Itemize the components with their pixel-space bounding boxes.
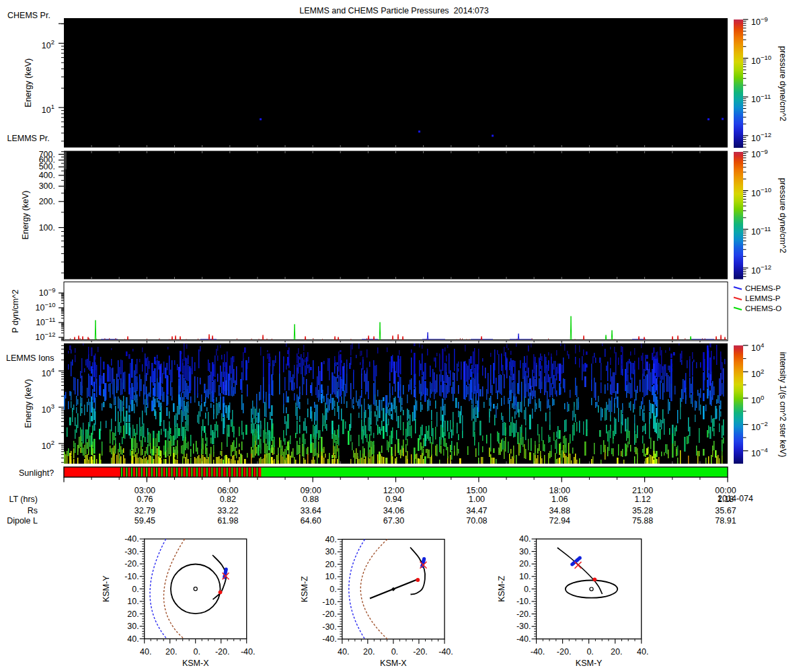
svg-text:0.88: 0.88 — [303, 495, 319, 504]
svg-text:0.: 0. — [391, 647, 398, 657]
svg-text:1.06: 1.06 — [551, 495, 568, 504]
svg-text:200.: 200. — [39, 197, 55, 206]
svg-text:-20.: -20. — [557, 647, 572, 657]
svg-text:-30.: -30. — [124, 547, 139, 556]
svg-text:72.94: 72.94 — [549, 516, 570, 526]
svg-text:61.98: 61.98 — [217, 516, 238, 526]
svg-text:0.: 0. — [586, 647, 593, 657]
svg-text:pressure dyne/cm^2: pressure dyne/cm^2 — [778, 178, 787, 253]
svg-text:20.: 20. — [127, 610, 139, 619]
svg-text:10.: 10. — [127, 597, 139, 606]
svg-text:34.47: 34.47 — [466, 506, 487, 515]
svg-text:300.: 300. — [39, 181, 55, 191]
svg-text:100.: 100. — [39, 223, 55, 233]
svg-text:LEMMS and CHEMS Particle Press: LEMMS and CHEMS Particle Pressures 2014:… — [299, 6, 488, 15]
svg-text:20.: 20. — [325, 560, 336, 569]
svg-text:-30.: -30. — [322, 622, 337, 632]
svg-text:70.08: 70.08 — [466, 516, 487, 526]
svg-text:40.: 40. — [637, 647, 648, 657]
svg-text:400.: 400. — [39, 171, 55, 180]
svg-text:KSM-Z: KSM-Z — [497, 576, 506, 602]
svg-text:101: 101 — [42, 103, 54, 115]
svg-text:10−11: 10−11 — [36, 316, 55, 328]
svg-text:CHEMS-O: CHEMS-O — [745, 304, 781, 312]
svg-text:Sunlight?: Sunlight? — [19, 468, 54, 478]
svg-text:2014-074: 2014-074 — [718, 494, 753, 503]
svg-text:30.: 30. — [519, 547, 531, 556]
svg-text:700.: 700. — [39, 150, 55, 159]
svg-text:59.45: 59.45 — [134, 516, 155, 526]
svg-text:Rs: Rs — [28, 506, 38, 515]
svg-text:20.: 20. — [165, 647, 177, 657]
svg-text:10−10: 10−10 — [751, 186, 771, 198]
svg-text:33.22: 33.22 — [217, 506, 238, 515]
svg-text:KSM-X: KSM-X — [182, 659, 209, 668]
svg-text:-10.: -10. — [124, 572, 139, 581]
svg-text:-30.: -30. — [516, 622, 531, 631]
svg-text:-40.: -40. — [241, 647, 256, 657]
svg-text:0.94: 0.94 — [385, 495, 401, 504]
svg-text:0.76: 0.76 — [137, 495, 153, 504]
svg-text:40.: 40. — [519, 534, 531, 544]
svg-text:20.: 20. — [363, 647, 375, 657]
svg-text:104: 104 — [42, 366, 54, 378]
svg-text:-40.: -40. — [322, 634, 337, 644]
svg-text:34.88: 34.88 — [549, 506, 570, 515]
svg-text:102: 102 — [42, 38, 54, 50]
svg-text:75.88: 75.88 — [632, 516, 653, 526]
svg-text:10−12: 10−12 — [751, 263, 771, 276]
svg-text:21:00: 21:00 — [632, 486, 653, 495]
svg-text:20.: 20. — [611, 647, 622, 657]
svg-text:-20.: -20. — [516, 610, 531, 619]
svg-text:1.00: 1.00 — [469, 495, 485, 504]
svg-text:LEMMS Pr.: LEMMS Pr. — [7, 134, 50, 143]
svg-text:35.67: 35.67 — [715, 506, 736, 515]
svg-text:-40.: -40. — [531, 647, 545, 657]
svg-text:10.: 10. — [519, 572, 531, 581]
svg-text:-40.: -40. — [516, 634, 531, 644]
svg-text:40.: 40. — [140, 647, 151, 657]
svg-text:35.28: 35.28 — [632, 506, 653, 515]
svg-text:CHEMS Pr.: CHEMS Pr. — [7, 11, 50, 20]
svg-text:10−4: 10−4 — [751, 446, 768, 458]
svg-text:-40.: -40. — [124, 534, 139, 544]
svg-text:-20.: -20. — [124, 559, 139, 569]
svg-text:102: 102 — [42, 439, 54, 451]
svg-text:78.91: 78.91 — [715, 516, 736, 526]
svg-text:Energy (keV): Energy (keV) — [24, 379, 33, 428]
svg-text:0.: 0. — [193, 647, 200, 657]
svg-text:Energy (keV): Energy (keV) — [21, 191, 30, 240]
svg-text:34.06: 34.06 — [383, 506, 404, 515]
svg-text:40.: 40. — [127, 634, 139, 644]
svg-text:10−9: 10−9 — [751, 15, 768, 28]
svg-text:40.: 40. — [338, 647, 349, 657]
svg-text:KSM-Y: KSM-Y — [576, 659, 603, 668]
svg-text:30.: 30. — [127, 622, 139, 631]
svg-text:33.64: 33.64 — [300, 506, 321, 515]
svg-text:-40.: -40. — [438, 647, 453, 657]
svg-text:KSM-Z: KSM-Z — [300, 576, 309, 602]
svg-text:12:00: 12:00 — [383, 486, 404, 495]
svg-text:Dipole L: Dipole L — [7, 516, 38, 526]
svg-text:LEMMS-P: LEMMS-P — [745, 294, 781, 302]
svg-text:0.: 0. — [330, 585, 336, 594]
svg-text:67.30: 67.30 — [383, 516, 404, 526]
svg-text:103: 103 — [42, 403, 54, 415]
svg-text:10−9: 10−9 — [39, 286, 56, 298]
svg-text:10−12: 10−12 — [35, 331, 55, 343]
svg-text:102: 102 — [751, 368, 764, 380]
svg-text:20.: 20. — [519, 559, 531, 569]
svg-text:KSM-X: KSM-X — [380, 659, 407, 668]
svg-text:LT (hrs): LT (hrs) — [9, 495, 38, 504]
svg-text:-20.: -20. — [215, 647, 230, 657]
svg-text:10.: 10. — [325, 572, 336, 581]
svg-text:15:00: 15:00 — [466, 486, 487, 495]
svg-text:P dyn/cm^2: P dyn/cm^2 — [11, 290, 20, 333]
svg-text:intensity 1/(s cm^2 ster keV): intensity 1/(s cm^2 ster keV) — [778, 352, 787, 458]
svg-text:0.82: 0.82 — [220, 495, 236, 504]
svg-text:10−10: 10−10 — [35, 301, 55, 313]
svg-text:104: 104 — [751, 341, 764, 353]
svg-text:30.: 30. — [325, 547, 336, 556]
svg-text:100: 100 — [751, 394, 764, 406]
svg-text:0.: 0. — [524, 585, 531, 594]
